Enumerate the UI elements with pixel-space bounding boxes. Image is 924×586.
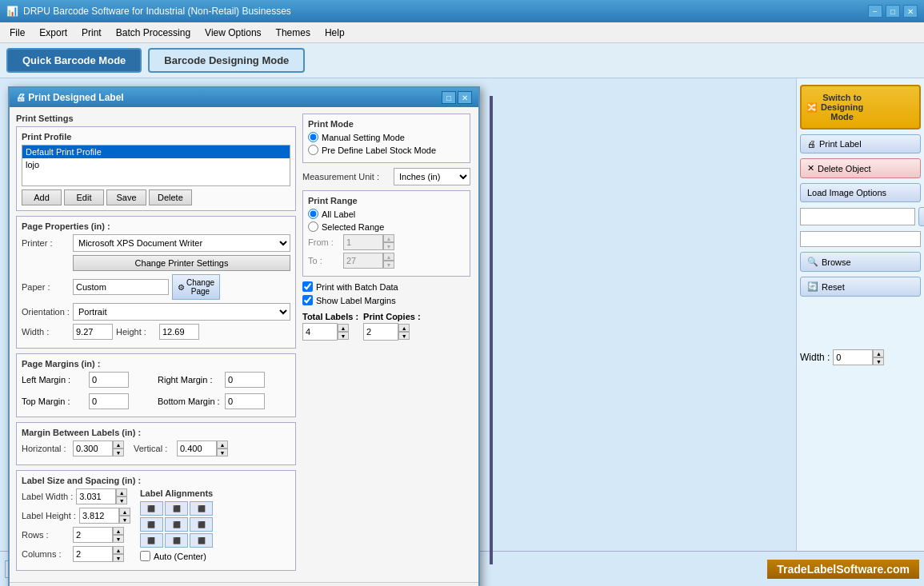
width-input[interactable] [73,324,113,340]
cols-down[interactable]: ▼ [113,554,124,562]
add-profile-button[interactable]: Add [22,189,62,205]
horizontal-input[interactable] [73,440,113,456]
vertical-input[interactable] [177,440,217,456]
print-label-button[interactable]: 🖨 Print Label [800,134,921,153]
top-margin-input[interactable] [89,393,129,409]
rows-up[interactable]: ▲ [113,527,124,535]
align-mid-right[interactable]: ⬛ [190,517,213,532]
dialog-right-panel: Print Mode Manual Setting Mode Pre Defin… [302,114,470,576]
horizontal-down-button[interactable]: ▼ [113,448,124,456]
menu-themes[interactable]: Themes [270,26,317,40]
from-down: ▼ [383,242,394,250]
lh-down[interactable]: ▼ [119,516,130,524]
measurement-select[interactable]: Inches (in) [394,168,470,185]
view-row: View [800,207,921,226]
view-select[interactable] [800,208,915,225]
save-profile-button[interactable]: Save [106,189,146,205]
align-top-center[interactable]: ⬛ [165,501,188,516]
quick-barcode-mode-button[interactable]: Quick Barcode Mode [6,48,142,73]
manual-mode-label: Manual Setting Mode [322,133,405,142]
mode-bar: Quick Barcode Mode Barcode Designing Mod… [0,43,924,78]
menu-file[interactable]: File [3,26,31,40]
barcode-designing-mode-button[interactable]: Barcode Designing Mode [148,48,305,73]
paper-input[interactable] [73,279,169,295]
pc-up[interactable]: ▲ [398,324,410,332]
width-value-input[interactable] [833,349,873,365]
predefine-mode-radio[interactable] [308,145,318,155]
horizontal-up-button[interactable]: ▲ [113,440,124,448]
lw-down[interactable]: ▼ [116,496,127,504]
app-title: DRPU Barcode Software for Industrial (No… [23,6,291,17]
cols-up[interactable]: ▲ [113,546,124,554]
dialog-icon: 🖨 [16,92,26,103]
print-label-icon: 🖨 [807,139,816,149]
dialog-maximize-button[interactable]: □ [442,91,456,104]
vertical-spinner-buttons: ▲ ▼ [217,440,228,456]
trade-label: TradeLabelSoftware.com [767,560,919,579]
tl-up[interactable]: ▲ [338,324,349,332]
title-bar-left: 📊 DRPU Barcode Software for Industrial (… [6,6,291,17]
align-mid-center[interactable]: ⬛ [165,517,188,532]
align-mid-left[interactable]: ⬛ [140,517,163,532]
dialog-close-button[interactable]: ✕ [458,91,472,104]
label-height-row: Label Height : ▲▼ [22,508,130,524]
printer-select[interactable]: Microsoft XPS Document Writer [73,234,290,252]
rows-input[interactable] [73,527,113,543]
delete-profile-button[interactable]: Delete [149,189,192,205]
menu-export[interactable]: Export [33,26,74,40]
view-button[interactable]: View [918,207,924,226]
align-bot-left[interactable]: ⬛ [140,533,163,548]
reset-button[interactable]: 🔄 Reset [800,277,921,297]
bottom-margin-input[interactable] [225,393,265,409]
print-copies-input[interactable] [363,323,398,341]
browse-button[interactable]: 🔍 Browse [800,252,921,272]
orientation-row: Orientation : Portrait [22,303,290,321]
align-top-right[interactable]: ⬛ [190,501,213,516]
lw-up[interactable]: ▲ [116,488,127,496]
close-button[interactable]: ✕ [903,5,918,18]
rows-down[interactable]: ▼ [113,535,124,543]
all-label-radio[interactable] [308,209,318,219]
vertical-spinner: ▲ ▼ [177,440,228,456]
manual-mode-radio[interactable] [308,132,318,142]
selected-range-radio[interactable] [308,221,318,232]
profile-item-lojo[interactable]: lojo [22,158,290,171]
vertical-up-button[interactable]: ▲ [217,440,228,448]
maximize-button[interactable]: □ [886,5,900,18]
align-bot-center[interactable]: ⬛ [165,533,188,548]
label-size-inputs: Label Width : ▲▼ Label Height : [22,488,130,565]
columns-input[interactable] [73,546,113,562]
delete-object-button[interactable]: ✕ Delete Object [800,158,921,178]
switch-designing-mode-button[interactable]: 🔀 Switch toDesigningMode [800,85,921,130]
align-bot-right[interactable]: ⬛ [190,533,213,548]
batch-data-checkbox[interactable] [302,281,313,292]
menu-view-options[interactable]: View Options [198,26,267,40]
width-up[interactable]: ▲ [873,349,884,357]
menu-print[interactable]: Print [75,26,108,40]
auto-center-checkbox[interactable] [140,551,150,561]
menu-help[interactable]: Help [318,26,351,40]
lh-up[interactable]: ▲ [119,508,130,516]
label-height-input[interactable] [79,508,119,524]
menu-batch-processing[interactable]: Batch Processing [110,26,197,40]
profile-item-default[interactable]: Default Print Profile [22,146,290,158]
pc-down[interactable]: ▼ [398,332,410,340]
height-input[interactable] [159,324,199,340]
align-top-left[interactable]: ⬛ [140,501,163,516]
left-margin-input[interactable] [89,372,129,388]
tl-down[interactable]: ▼ [338,332,349,340]
show-margins-checkbox[interactable] [302,295,313,305]
orientation-select[interactable]: Portrait [73,303,290,321]
vertical-down-button[interactable]: ▼ [217,448,228,456]
right-margin-input[interactable] [225,372,265,388]
minimize-button[interactable]: − [868,5,882,18]
change-page-button[interactable]: ⚙ ChangePage [172,274,220,300]
label-width-input[interactable] [76,488,116,504]
change-printer-button[interactable]: Change Printer Settings [73,255,290,271]
total-labels-input[interactable] [302,323,338,341]
edit-profile-button[interactable]: Edit [64,189,104,205]
print-copies-spinner: ▲▼ [363,323,421,341]
width-down[interactable]: ▼ [873,357,884,365]
browse-input[interactable] [800,231,921,247]
load-image-options-button[interactable]: Load Image Options [800,183,921,202]
